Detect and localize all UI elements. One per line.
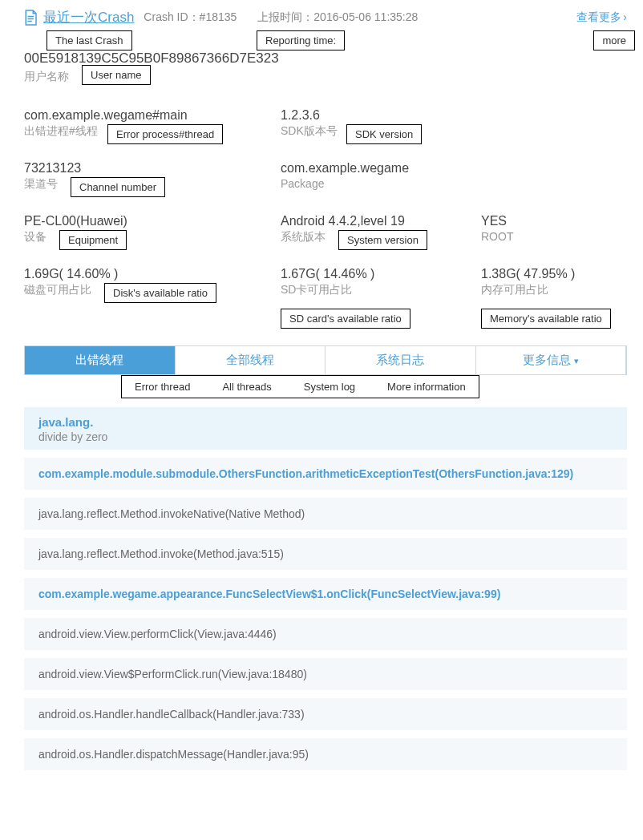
annotation-more: more	[593, 30, 635, 50]
field-root: YES ROOT	[481, 214, 627, 244]
field-package: com.example.wegame Package	[281, 161, 481, 192]
field-disk: 1.69G( 14.60% ) 磁盘可用占比 Disk's available …	[24, 267, 281, 297]
report-time: 上报时间：2016-05-06 11:35:28	[257, 10, 418, 25]
stack-frame: com.example.wegame.appearance.FuncSelect…	[24, 578, 627, 610]
stack-frame: android.os.Handler.dispatchMessage(Handl…	[24, 738, 627, 770]
field-sd: 1.67G( 14.46% ) SD卡可用占比 SD card's availa…	[281, 267, 481, 297]
crash-hash: 00E5918139C5C95B0F89867366D7E323	[24, 50, 627, 67]
stack-trace: java.lang. divide by zero com.example.mo…	[24, 407, 627, 770]
last-crash-title[interactable]: 最近一次Crash	[43, 8, 134, 26]
chevron-right-icon: ›	[623, 10, 627, 23]
annotation-equipment: Equipment	[59, 230, 127, 250]
field-channel: 73213123 渠道号 Channel number	[24, 161, 281, 192]
tabs: 出错线程 全部线程 系统日志 更多信息▾ Error thread All th…	[24, 345, 627, 375]
annotation-system-version: System version	[338, 230, 427, 250]
field-process: com.example.wegame#main 出错进程#线程 Error pr…	[24, 108, 281, 139]
annotation-disk-ratio: Disk's available ratio	[104, 283, 216, 303]
annotation-tabs: Error thread All threads System log More…	[121, 375, 479, 398]
stack-frame: android.os.Handler.handleCallback(Handle…	[24, 698, 627, 730]
document-icon	[24, 9, 38, 26]
tab-all-threads[interactable]: 全部线程	[176, 346, 326, 374]
annotation-user-name: User name	[82, 65, 151, 85]
field-sdk: 1.2.3.6 SDK版本号 SDK version	[281, 108, 481, 139]
crash-id: Crash ID：#18135	[144, 10, 237, 25]
annotation-sd-ratio: SD card's available ratio	[281, 309, 410, 329]
stack-frame: java.lang.reflect.Method.invoke(Method.j…	[24, 538, 627, 570]
annotation-reporting-time: Reporting time:	[257, 30, 345, 50]
annotation-error-process: Error process#thread	[107, 124, 223, 144]
stack-frame: android.view.View.performClick(View.java…	[24, 618, 627, 650]
stack-exception: java.lang. divide by zero	[24, 407, 627, 450]
annotation-channel: Channel number	[71, 177, 165, 197]
field-device: PE-CL00(Huawei) 设备 Equipment	[24, 214, 281, 244]
field-memory: 1.38G( 47.95% ) 内存可用占比 Memory's availabl…	[481, 267, 627, 297]
tab-more-info[interactable]: 更多信息▾	[476, 346, 627, 374]
stack-frame: android.view.View$PerformClick.run(View.…	[24, 658, 627, 690]
field-system: Android 4.4.2,level 19 系统版本 System versi…	[281, 214, 481, 244]
stack-frame: java.lang.reflect.Method.invokeNative(Na…	[24, 498, 627, 530]
crash-header: 最近一次Crash Crash ID：#18135 上报时间：2016-05-0…	[24, 8, 627, 26]
tab-system-log[interactable]: 系统日志	[326, 346, 476, 374]
annotation-memory-ratio: Memory's available ratio	[481, 309, 611, 329]
stack-frame: com.example.module.submodule.OthersFunct…	[24, 458, 627, 490]
user-name-label: 用户名称	[24, 70, 69, 83]
annotation-last-crash: The last Crash	[47, 30, 132, 50]
annotation-sdk-version: SDK version	[346, 124, 422, 144]
chevron-down-icon: ▾	[574, 356, 579, 365]
view-more-link[interactable]: 查看更多›	[576, 10, 627, 25]
tab-error-thread[interactable]: 出错线程	[25, 346, 176, 374]
